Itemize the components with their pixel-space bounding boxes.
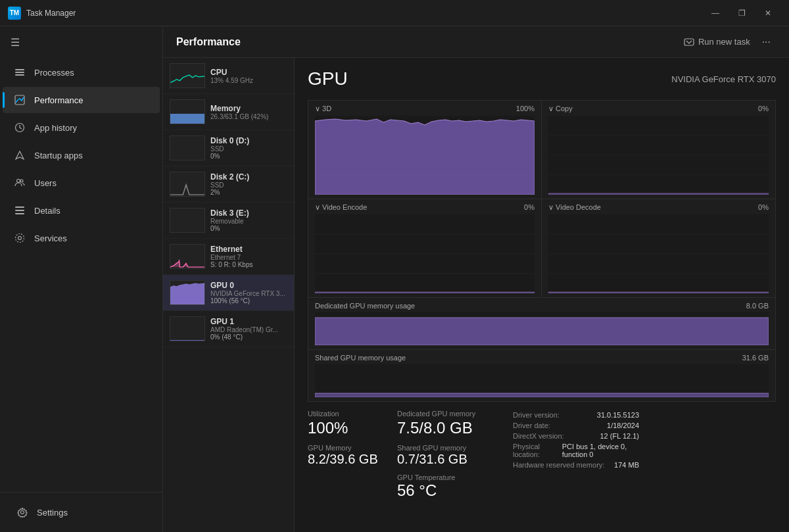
graph-copy: ∨ Copy 0% (542, 101, 775, 199)
svg-point-10 (18, 237, 22, 240)
cpu-name: CPU (210, 68, 287, 77)
directx-val: 12 (FL 12.1) (600, 432, 639, 440)
svg-rect-1 (15, 72, 24, 73)
utilization-value: 100% (308, 419, 387, 437)
device-item-disk3[interactable]: Disk 3 (E:) Removable 0% (163, 203, 294, 239)
disk0-info: Disk 0 (D:) SSD 0% (210, 136, 287, 160)
more-options-button[interactable]: ··· (757, 32, 776, 52)
svg-point-5 (17, 180, 20, 183)
device-item-gpu0[interactable]: GPU 0 NVIDIA GeForce RTX 3... 100% (56 °… (163, 275, 294, 311)
minimize-button[interactable]: — (702, 3, 729, 23)
run-task-icon (684, 37, 694, 47)
svg-marker-32 (315, 393, 769, 397)
cpu-thumbnail (170, 63, 205, 88)
svg-rect-13 (684, 39, 694, 45)
close-button[interactable]: ✕ (755, 3, 781, 23)
directx-label: DirectX version: (513, 432, 564, 440)
sidebar-item-details[interactable]: Details (3, 197, 160, 224)
driver-version-label: Driver version: (513, 411, 560, 419)
graph-encode: ∨ Video Encode 0% (308, 199, 542, 297)
app-history-icon (13, 121, 26, 134)
graph-3d-canvas (315, 116, 535, 195)
hamburger-icon: ☰ (11, 36, 20, 49)
cpu-info: CPU 13% 4.59 GHz (210, 68, 287, 84)
sidebar-item-performance[interactable]: Performance (3, 87, 160, 113)
ethernet-val: S: 0 R: 0 Kbps (210, 261, 287, 268)
main-container: ☰ Processes Performance App history (0, 26, 789, 532)
performance-icon (13, 93, 26, 107)
ethernet-sub1: Ethernet 7 (210, 254, 287, 261)
graph-decode-pct: 0% (758, 203, 769, 212)
memory-info: Memory 26.3/63.1 GB (42%) (210, 104, 287, 120)
maximize-button[interactable]: ❐ (729, 3, 755, 23)
memory-thumbnail (170, 99, 205, 124)
run-new-task-button[interactable]: Run new task (677, 33, 757, 51)
svg-rect-2 (15, 74, 24, 76)
utilization-label: Utilization (308, 410, 387, 418)
gpu-title: GPU (308, 68, 348, 89)
device-item-disk2[interactable]: Disk 2 (C:) SSD 2% (163, 166, 294, 203)
sidebar-item-users[interactable]: Users (3, 170, 160, 196)
disk2-val: 2% (210, 189, 287, 196)
graph-copy-canvas (548, 116, 769, 195)
window-title: Task Manager (26, 9, 702, 18)
graph-shared-memory: Shared GPU memory usage 31.6 GB (308, 350, 776, 402)
gpu1-info: GPU 1 AMD Radeon(TM) Gr... 0% (48 °C) (210, 317, 287, 341)
disk0-val: 0% (210, 153, 287, 160)
sidebar-item-services[interactable]: Services (3, 225, 160, 251)
sidebar-item-processes[interactable]: Processes (3, 59, 160, 85)
svg-marker-18 (315, 119, 535, 195)
memory-sub: 26.3/63.1 GB (42%) (210, 113, 287, 120)
sidebar-item-app-history[interactable]: App history (3, 114, 160, 141)
sidebar-hamburger[interactable]: ☰ (0, 26, 162, 58)
device-item-disk0[interactable]: Disk 0 (D:) SSD 0% (163, 130, 294, 166)
graph-decode-canvas (548, 214, 769, 293)
shared-mem-label: Shared GPU memory (397, 444, 502, 452)
svg-marker-26 (315, 292, 535, 293)
svg-marker-31 (315, 318, 769, 345)
window-controls: — ❐ ✕ (702, 3, 781, 23)
sidebar-label-settings: Settings (37, 508, 68, 518)
driver-version-val: 31.0.15.5123 (597, 411, 639, 419)
svg-rect-0 (15, 69, 24, 70)
dedicated-memory-val: 8.0 GB (746, 302, 769, 310)
graph-decode-label: ∨ Video Decode (548, 203, 601, 212)
device-item-gpu1[interactable]: GPU 1 AMD Radeon(TM) Gr... 0% (48 °C) (163, 311, 294, 347)
graph-3d-label: ∨ 3D (315, 105, 331, 113)
svg-point-6 (20, 180, 23, 182)
graph-encode-label: ∨ Video Encode (315, 203, 367, 212)
sidebar-label-details: Details (34, 206, 60, 216)
sidebar-item-settings[interactable]: Settings (5, 499, 157, 525)
location-val: PCI bus 1, device 0, function 0 (562, 443, 639, 458)
sidebar-item-startup-apps[interactable]: Startup apps (3, 142, 160, 168)
device-item-cpu[interactable]: CPU 13% 4.59 GHz (163, 58, 294, 94)
gpu-memory-value: 8.2/39.6 GB (308, 452, 387, 467)
device-item-ethernet[interactable]: Ethernet Ethernet 7 S: 0 R: 0 Kbps (163, 239, 294, 275)
sidebar-label-processes: Processes (34, 68, 74, 78)
gpu-graphs-grid: ∨ 3D 100% (308, 100, 776, 298)
sidebar-label-services: Services (34, 233, 67, 243)
sidebar-label-users: Users (34, 178, 57, 188)
gpu1-val: 0% (48 °C) (210, 333, 287, 341)
svg-marker-30 (548, 292, 769, 293)
disk0-thumbnail (170, 135, 205, 160)
toolbar: Performance Run new task ··· (163, 26, 789, 58)
device-item-memory[interactable]: Memory 26.3/63.1 GB (42%) (163, 94, 294, 130)
svg-marker-14 (170, 283, 204, 304)
sidebar-label-performance: Performance (34, 95, 83, 105)
page-title: Performance (176, 36, 677, 48)
gpu-detail-panel: GPU NVIDIA GeForce RTX 3070 ∨ 3D 100% (295, 58, 789, 532)
graph-3d-pct: 100% (516, 105, 535, 113)
ethernet-name: Ethernet (210, 245, 287, 254)
gpu1-thumbnail (170, 316, 205, 341)
sidebar-label-startup: Startup apps (34, 151, 83, 160)
services-icon (13, 231, 26, 245)
stat-utilization: Utilization 100% GPU Memory 8.2/39.6 GB (308, 410, 387, 500)
gpu0-sub1: NVIDIA GeForce RTX 3... (210, 290, 287, 297)
svg-marker-22 (548, 193, 769, 195)
graph-encode-canvas (315, 214, 535, 293)
gpu0-info: GPU 0 NVIDIA GeForce RTX 3... 100% (56 °… (210, 281, 287, 304)
shared-memory-label: Shared GPU memory usage (315, 354, 406, 362)
details-icon (13, 204, 26, 217)
temp-label: GPU Temperature (397, 473, 502, 481)
